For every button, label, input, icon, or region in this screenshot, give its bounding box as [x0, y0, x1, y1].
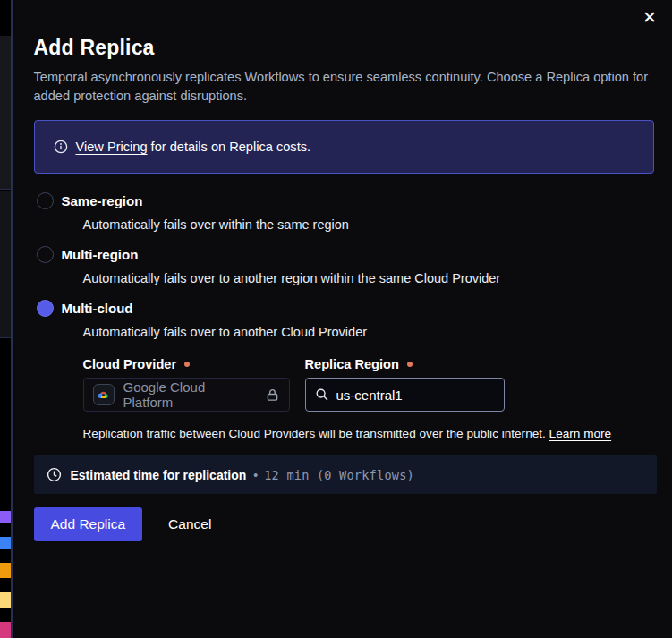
screen: ✕ Add Replica Temporal asynchronously re…	[0, 0, 672, 638]
clock-icon	[47, 467, 62, 482]
pricing-banner-text: for details on Replica costs.	[151, 140, 310, 154]
background-stripe	[0, 537, 11, 549]
gcp-logo-icon	[93, 384, 115, 405]
radio-multi-region[interactable]	[37, 246, 54, 263]
cloud-provider-value: Google Cloud Platform	[123, 379, 256, 410]
pricing-info-banner: View Pricing for details on Replica cost…	[34, 120, 654, 174]
estimated-time-banner: Estimated time for replication • 12 min …	[34, 455, 657, 494]
cancel-button[interactable]: Cancel	[168, 516, 211, 532]
cloud-provider-select: Google Cloud Platform	[83, 378, 290, 412]
required-dot	[184, 362, 190, 367]
lock-icon	[265, 387, 280, 403]
field-label-text: Cloud Provider	[83, 357, 177, 371]
add-replica-modal: ✕ Add Replica Temporal asynchronously re…	[13, 0, 672, 638]
option-description: Automatically fails over within the same…	[83, 217, 655, 232]
option-multi-cloud: Multi-cloud Automatically fails over to …	[34, 300, 655, 440]
estimate-label: Estimated time for replication	[71, 468, 247, 482]
close-icon[interactable]: ✕	[638, 5, 661, 29]
required-dot	[407, 362, 413, 367]
modal-actions: Add Replica Cancel	[34, 507, 655, 541]
estimate-value: 12 min (0 Workflows)	[264, 468, 414, 482]
background-stripe	[0, 622, 11, 638]
option-multi-region: Multi-region Automatically fails over to…	[34, 246, 655, 285]
background-panel	[0, 191, 11, 338]
background-panel	[0, 36, 11, 190]
background-stripe	[0, 563, 11, 578]
background-page-edge	[0, 0, 11, 638]
info-icon	[54, 140, 68, 154]
cloud-provider-label: Cloud Provider	[83, 357, 290, 371]
note-text: Replication traffic between Cloud Provid…	[83, 427, 546, 440]
option-label: Multi-cloud	[62, 301, 133, 316]
option-label: Same-region	[62, 193, 143, 208]
replica-region-input[interactable]	[336, 387, 480, 403]
option-description: Automatically fails over to another regi…	[83, 271, 655, 285]
background-stripe	[0, 592, 11, 608]
multi-cloud-fields: Cloud Provider	[83, 357, 655, 412]
public-internet-note: Replication traffic between Cloud Provid…	[83, 427, 655, 440]
estimate-separator: •	[253, 468, 258, 482]
radio-multi-cloud[interactable]	[37, 300, 54, 317]
add-replica-button[interactable]: Add Replica	[34, 507, 143, 541]
option-same-region: Same-region Automatically fails over wit…	[34, 192, 655, 232]
background-stripe	[0, 511, 11, 523]
learn-more-link[interactable]: Learn more	[549, 427, 612, 440]
search-icon	[315, 387, 329, 402]
field-label-text: Replica Region	[305, 357, 399, 371]
modal-description: Temporal asynchronously replicates Workf…	[34, 68, 651, 105]
modal-title: Add Replica	[34, 36, 655, 60]
radio-same-region[interactable]	[37, 192, 54, 209]
option-label: Multi-region	[62, 247, 139, 262]
replica-region-search[interactable]	[305, 378, 505, 412]
view-pricing-link[interactable]: View Pricing	[76, 140, 148, 154]
option-description: Automatically fails over to another Clou…	[83, 325, 655, 339]
replica-region-label: Replica Region	[305, 357, 505, 371]
